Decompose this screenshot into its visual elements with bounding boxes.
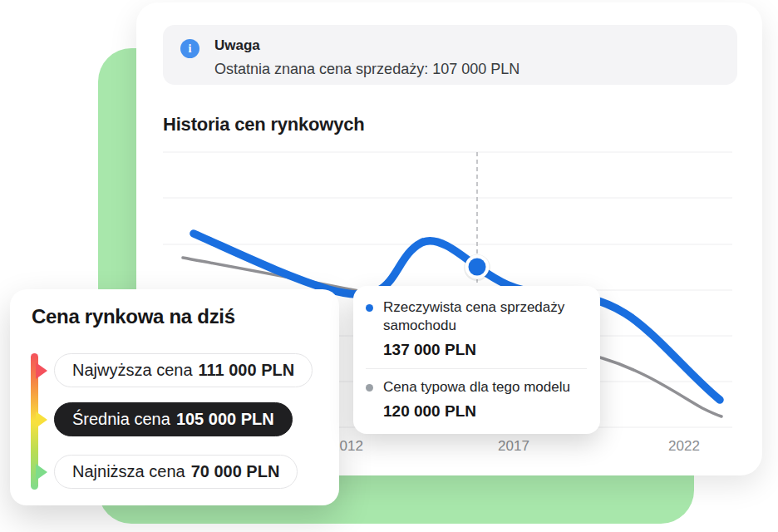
lowest-price-value: 70 000 PLN [191, 462, 280, 481]
tooltip-divider [366, 368, 587, 369]
highest-price-label: Najwyższa cena [72, 361, 193, 380]
market-price-today-card: Cena rynkowa na dziś Najwyższa cena 111 … [10, 289, 339, 505]
tooltip-typical-price-value: 120 000 PLN [383, 402, 587, 421]
gray-dot-icon [366, 384, 373, 392]
notice-title: Uwaga [214, 37, 260, 54]
chart-tooltip: Rzeczywista cena sprzedaży samochodu 137… [353, 286, 600, 434]
highest-price-arrow-icon [36, 362, 47, 379]
blue-dot-icon [366, 304, 373, 312]
average-price-value: 105 000 PLN [176, 410, 274, 429]
highest-price-pill: Najwyższa cena 111 000 PLN [54, 353, 313, 387]
tooltip-typical-price-label: Cena typowa dla tego modelu [383, 378, 570, 397]
chart-title: Historia cen rynkowych [163, 114, 365, 135]
info-icon: i [180, 39, 199, 58]
average-price-arrow-icon [36, 411, 47, 428]
page-canvas: i Uwaga Ostatnia znana cena sprzedaży: 1… [0, 0, 778, 532]
notice-message: Ostatnia znana cena sprzedaży: 107 000 P… [214, 61, 519, 78]
average-price-label: Średnia cena [72, 410, 170, 429]
tooltip-actual-price-label: Rzeczywista cena sprzedaży samochodu [383, 298, 587, 335]
lowest-price-arrow-icon [36, 464, 47, 480]
notice-banner: i Uwaga Ostatnia znana cena sprzedaży: 1… [163, 25, 737, 85]
tooltip-typical-price-row: Cena typowa dla tego modelu [366, 378, 587, 397]
lowest-price-label: Najniższa cena [72, 462, 185, 481]
today-card-title: Cena rynkowa na dziś [32, 305, 235, 328]
tooltip-actual-price-value: 137 000 PLN [383, 341, 587, 359]
average-price-pill: Średnia cena 105 000 PLN [54, 402, 293, 436]
tooltip-actual-price-row: Rzeczywista cena sprzedaży samochodu [366, 298, 587, 335]
lowest-price-pill: Najniższa cena 70 000 PLN [54, 455, 298, 489]
highest-price-value: 111 000 PLN [199, 361, 295, 380]
